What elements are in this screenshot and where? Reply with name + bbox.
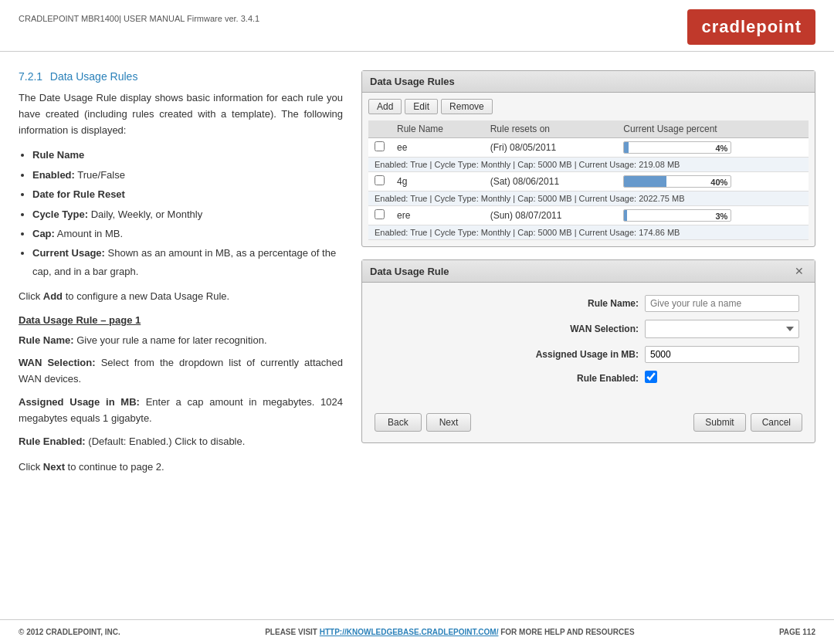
rules-toolbar: Add Edit Remove [368,99,809,114]
row-resets-on: (Sun) 08/07/2011 [484,206,618,225]
dialog-close-button[interactable]: ✕ [792,265,807,277]
row-usage: 4% [617,138,809,158]
rule-enabled-label: Rule Enabled: [515,373,639,384]
dialog-title: Data Usage Rule [370,266,449,277]
next-text: Click [19,461,43,473]
next-bold: Next [43,461,65,473]
row-checkbox-cell [368,206,391,225]
bullet-text-2: True/False [77,169,125,181]
table-detail-row: Enabled: True | Cycle Type: Monthly | Ca… [368,158,809,172]
assigned-usage-input[interactable] [645,346,799,363]
rules-panel-body: Add Edit Remove Rule Name Rule resets on… [362,93,815,246]
rule-enabled-desc: Rule Enabled: (Default: Enabled.) Click … [19,433,343,449]
footer-page: PAGE 112 [779,628,815,636]
next-suffix: to continue to page 2. [65,461,164,473]
wan-selection-row: WAN Selection: [378,320,799,338]
logo-box: cradlepoint [687,9,815,45]
rules-panel: Data Usage Rules Add Edit Remove Rule Na… [361,70,815,247]
visit-link[interactable]: HTTP://KNOWLEDGEBASE.CRADLEPOINT.COM/ [320,628,499,636]
assigned-label: Assigned Usage in MB: [515,349,639,360]
row-checkbox-cell [368,172,391,192]
rule-enabled-checkbox[interactable] [645,371,657,383]
rule-enabled-row: Rule Enabled: [378,371,799,385]
col-resets-on: Rule resets on [484,120,618,138]
dialog-body: Rule Name: WAN Selection: Assigned Usage… [362,283,815,405]
list-item: Current Usage: Shown as an amount in MB,… [32,244,343,280]
row-detail: Enabled: True | Cycle Type: Monthly | Ca… [368,158,809,172]
add-suffix: to configure a new Data Usage Rule. [63,290,229,302]
text-column: 7.2.1 Data Usage Rules The Date Usage Ru… [19,70,343,482]
rule-dialog: Data Usage Rule ✕ Rule Name: WAN Selecti… [361,259,815,443]
col-rule-name: Rule Name [391,120,484,138]
row-rule-name: ere [391,206,484,225]
col-check [368,120,391,138]
visit-suffix: FOR MORE HELP AND RESOURCES [498,628,634,636]
table-header-row: Rule Name Rule resets on Current Usage p… [368,120,809,138]
list-item: Cycle Type: Daily, Weekly, or Monthly [32,205,343,223]
list-item: Enabled: True/False [32,166,343,184]
row-checkbox-cell [368,138,391,158]
table-detail-row: Enabled: True | Cycle Type: Monthly | Ca… [368,192,809,206]
row-usage: 3% [617,206,809,225]
rule-enabled-text: (Default: Enabled.) Click to disable. [86,436,246,447]
main-content: 7.2.1 Data Usage Rules The Date Usage Ru… [0,52,834,482]
bullet-text-4: Daily, Weekly, or Monthly [91,208,203,220]
visit-text: PLEASE VISIT [265,628,320,636]
wan-select[interactable] [645,320,799,338]
section-title-row: 7.2.1 Data Usage Rules [19,70,343,83]
row-checkbox[interactable] [375,175,385,185]
page-header: CRADLEPOINT MBR1400| USER MANUAL Firmwar… [0,0,834,52]
page-label: PAGE [779,628,801,636]
logo-text: cradlepoint [701,17,802,36]
table-row: 4g (Sat) 08/06/2011 40% [368,172,809,192]
list-item: Date for Rule Reset [32,185,343,203]
table-row: ee (Fri) 08/05/2011 4% [368,138,809,158]
row-rule-name: 4g [391,172,484,192]
edit-rule-button[interactable]: Edit [405,99,438,114]
row-resets-on: (Fri) 08/05/2011 [484,138,618,158]
next-button[interactable]: Next [426,413,472,432]
rule-name-desc: Rule Name: Give your rule a name for lat… [19,332,343,348]
rule-name-text: Give your rule a name for later recognit… [74,334,267,346]
back-button[interactable]: Back [375,413,422,432]
rules-table: Rule Name Rule resets on Current Usage p… [368,120,809,240]
row-checkbox[interactable] [375,141,385,151]
row-detail: Enabled: True | Cycle Type: Monthly | Ca… [368,192,809,206]
submit-button[interactable]: Submit [693,413,745,432]
bullet-label-4: Cycle Type: [32,208,88,220]
rule-name-input[interactable] [645,295,799,312]
dialog-footer: Back Next Submit Cancel [362,405,815,442]
dialog-nav-buttons: Back Next [375,413,471,432]
row-rule-name: ee [391,138,484,158]
panel-column: Data Usage Rules Add Edit Remove Rule Na… [361,70,815,482]
row-checkbox[interactable] [375,209,385,219]
assigned-desc: Assigned Usage in MB: Enter a cap amount… [19,394,343,427]
assigned-usage-row: Assigned Usage in MB: [378,346,799,363]
list-item: Rule Name [32,146,343,164]
page-number: 112 [802,628,815,636]
add-rule-button[interactable]: Add [368,99,402,114]
assigned-bold: Assigned Usage in MB: [19,396,140,408]
row-resets-on: (Sat) 08/06/2011 [484,172,618,192]
next-para: Click Next to continue to page 2. [19,459,343,475]
bullet-label-2: Enabled: [32,169,75,181]
copyright-text: © 2012 CRADLEPOINT, INC. [19,628,120,636]
page-footer: © 2012 CRADLEPOINT, INC. PLEASE VISIT HT… [0,619,834,644]
col-usage-percent: Current Usage percent [617,120,809,138]
rule-enabled-bold: Rule Enabled: [19,436,86,447]
row-usage: 40% [617,172,809,192]
intro-text: The Date Usage Rule display shows basic … [19,90,343,138]
bullet-label-6: Current Usage: [32,247,105,259]
bullet-label-3: Date for Rule Reset [32,188,125,200]
cancel-button[interactable]: Cancel [751,413,802,432]
bullet-label-5: Cap: [32,228,55,239]
add-para: Click Add to configure a new Data Usage … [19,288,343,304]
bullet-label-1: Rule Name [32,149,84,161]
wan-bold: WAN Selection: [19,357,96,368]
dialog-title-bar: Data Usage Rule ✕ [362,260,815,283]
dialog-action-buttons: Submit Cancel [693,413,802,432]
row-detail: Enabled: True | Cycle Type: Monthly | Ca… [368,225,809,240]
remove-rule-button[interactable]: Remove [441,99,493,114]
subheading: Data Usage Rule – page 1 [19,314,343,326]
table-row: ere (Sun) 08/07/2011 3% [368,206,809,225]
